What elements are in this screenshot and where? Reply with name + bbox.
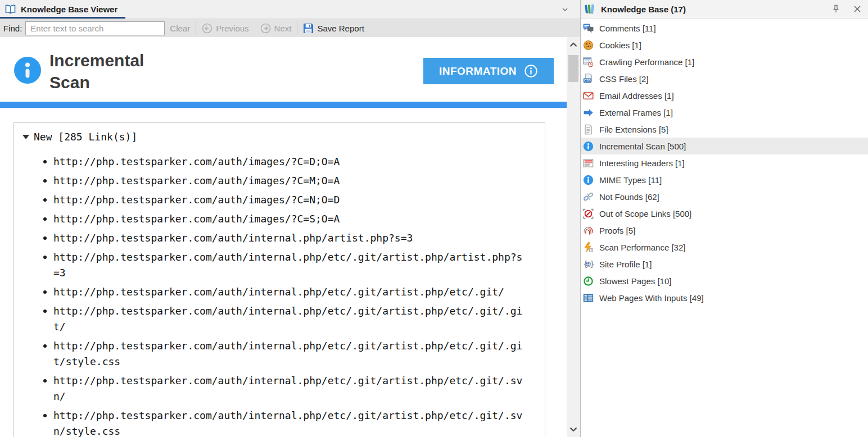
comments-icon xyxy=(583,23,594,34)
info-circle-icon xyxy=(583,175,594,185)
link-item: http://php.testsparker.com/auth/internal… xyxy=(53,373,522,404)
out-of-scope-icon xyxy=(583,208,594,219)
sidebar-item-email-addresses-1[interactable]: Email Addresses [1] xyxy=(581,87,868,104)
previous-label: Previous xyxy=(216,24,248,33)
link-group-box: New [285 Link(s)] http://php.testsparker… xyxy=(13,122,545,437)
sidebar-item-crawling-performance-1[interactable]: Crawling Performance [1] xyxy=(581,53,868,70)
sidebar-item-comments-11[interactable]: Comments [11] xyxy=(581,20,868,37)
sidebar-item-label: Web Pages With Inputs [49] xyxy=(599,293,704,303)
sidebar-item-incremental-scan-500[interactable]: Incremental Scan [500] xyxy=(581,138,868,154)
arrow-left-circle-icon xyxy=(202,23,213,34)
find-label: Find: xyxy=(3,24,22,33)
cookie-icon xyxy=(583,40,594,51)
sidebar-item-file-extensions-5[interactable]: File Extensions [5] xyxy=(581,121,868,138)
main-pane: Knowledge Base Viewer Find: Clear Previo… xyxy=(0,0,580,437)
link-item: http://php.testsparker.com/auth/images/?… xyxy=(53,154,522,170)
pin-icon[interactable] xyxy=(831,4,840,13)
books-icon xyxy=(584,3,596,15)
toolbar-separator xyxy=(196,21,196,35)
link-item: http://php.testsparker.com/auth/internal… xyxy=(53,230,522,246)
sidebar-item-external-frames-1[interactable]: External Frames [1] xyxy=(581,104,868,121)
info-circle-icon xyxy=(14,57,41,84)
link-item: http://php.testsparker.com/auth/images/?… xyxy=(53,211,522,227)
sidebar-item-scan-performance-32[interactable]: Scan Performance [32] xyxy=(581,239,868,256)
sidebar-header: Knowledge Base (17) xyxy=(581,0,868,19)
web-inputs-icon xyxy=(583,293,594,303)
sidebar-item-cookies-1[interactable]: Cookies [1] xyxy=(581,37,868,53)
info-circle-icon xyxy=(583,141,594,152)
link-item: http://php.testsparker.com/auth/internal… xyxy=(53,284,522,300)
sidebar-item-label: File Extensions [5] xyxy=(599,125,668,134)
sidebar-item-label: Cookies [1] xyxy=(599,40,641,50)
info-outline-icon xyxy=(524,64,538,78)
link-item: http://php.testsparker.com/auth/internal… xyxy=(53,249,522,281)
sidebar-item-label: CSS Files [2] xyxy=(599,74,649,84)
information-button-label: INFORMATION xyxy=(439,65,517,78)
report-header: Incremental Scan INFORMATION xyxy=(0,37,567,93)
sidebar-title: Knowledge Base (17) xyxy=(601,4,819,14)
save-report-button[interactable]: Save Report xyxy=(303,23,364,34)
css-files-icon: CSS xyxy=(583,74,594,84)
sidebar-item-list: Comments [11]Cookies [1]Crawling Perform… xyxy=(581,19,868,306)
scroll-up-icon[interactable] xyxy=(567,37,580,52)
sidebar-item-css-files-2[interactable]: CSSCSS Files [2] xyxy=(581,70,868,87)
sidebar-item-web-pages-with-inputs-49[interactable]: Web Pages With Inputs [49] xyxy=(581,289,868,306)
next-button[interactable]: Next xyxy=(260,23,292,34)
report-content: Incremental Scan INFORMATION New [285 Li… xyxy=(0,37,567,437)
scroll-down-icon[interactable] xyxy=(567,422,580,437)
previous-button[interactable]: Previous xyxy=(202,23,248,34)
sidebar-item-mime-types-11[interactable]: MIME Types [11] xyxy=(581,171,868,188)
search-input[interactable] xyxy=(25,21,165,35)
save-report-label: Save Report xyxy=(317,24,364,33)
tab-bar: Knowledge Base Viewer xyxy=(0,0,580,19)
link-item: http://php.testsparker.com/auth/images/?… xyxy=(53,173,522,189)
open-book-icon xyxy=(4,4,16,15)
page-title: Incremental Scan xyxy=(49,49,170,93)
sidebar-item-slowest-pages-10[interactable]: Slowest Pages [10] xyxy=(581,272,868,289)
fingerprint-icon xyxy=(583,225,594,236)
email-icon xyxy=(583,90,594,101)
crawling-performance-icon xyxy=(583,57,594,67)
file-extensions-icon xyxy=(583,124,594,135)
sidebar-item-label: External Frames [1] xyxy=(599,108,673,117)
tab-title: Knowledge Base Viewer xyxy=(21,4,117,14)
link-item: http://php.testsparker.com/auth/internal… xyxy=(53,408,522,437)
sidebar-item-label: Not Founds [62] xyxy=(599,192,659,202)
sidebar-item-site-profile-1[interactable]: {}Site Profile [1] xyxy=(581,256,868,272)
link-item: http://php.testsparker.com/auth/internal… xyxy=(53,338,522,370)
sidebar-item-interesting-headers-1[interactable]: Interesting Headers [1] xyxy=(581,154,868,171)
link-group-title: New [285 Link(s)] xyxy=(34,131,137,143)
sidebar-item-label: Incremental Scan [500] xyxy=(599,142,686,151)
sidebar-item-label: Crawling Performance [1] xyxy=(599,57,694,67)
link-item: http://php.testsparker.com/auth/internal… xyxy=(53,303,522,335)
collapse-triangle-icon[interactable] xyxy=(22,135,29,139)
link-item: http://php.testsparker.com/auth/images/?… xyxy=(53,192,522,208)
scrollbar-thumb[interactable] xyxy=(568,55,578,82)
sidebar-item-out-of-scope-links-500[interactable]: Out of Scope Links [500] xyxy=(581,205,868,222)
site-profile-icon: {} xyxy=(583,259,594,270)
arrow-right-circle-icon xyxy=(260,23,271,34)
close-icon[interactable] xyxy=(853,5,861,13)
sidebar-item-proofs-5[interactable]: Proofs [5] xyxy=(581,222,868,239)
vertical-scrollbar[interactable] xyxy=(567,37,580,437)
information-button[interactable]: INFORMATION xyxy=(423,58,554,84)
sidebar-item-label: Slowest Pages [10] xyxy=(599,276,671,286)
sidebar-item-not-founds-62[interactable]: Not Founds [62] xyxy=(581,188,868,205)
toolbar-separator xyxy=(297,21,297,35)
knowledge-base-sidebar: Knowledge Base (17) Comments [11]Cookies… xyxy=(580,0,868,437)
broken-link-icon xyxy=(583,192,594,202)
sidebar-item-label: MIME Types [11] xyxy=(599,175,662,185)
next-label: Next xyxy=(274,24,292,33)
scan-performance-icon xyxy=(583,242,594,253)
sidebar-item-label: Comments [11] xyxy=(599,24,656,33)
clock-icon xyxy=(583,276,594,286)
sidebar-item-label: Email Addresses [1] xyxy=(599,91,674,101)
clear-button[interactable]: Clear xyxy=(170,24,190,33)
svg-text:CSS: CSS xyxy=(584,79,591,82)
find-toolbar: Find: Clear Previous Next Save Report xyxy=(0,19,580,37)
link-list: http://php.testsparker.com/auth/images/?… xyxy=(53,154,545,437)
accent-divider-bar xyxy=(0,102,567,108)
report-view: Incremental Scan INFORMATION New [285 Li… xyxy=(0,37,580,437)
chevron-down-icon[interactable] xyxy=(562,8,568,11)
tab-knowledge-base-viewer[interactable]: Knowledge Base Viewer xyxy=(0,0,125,19)
